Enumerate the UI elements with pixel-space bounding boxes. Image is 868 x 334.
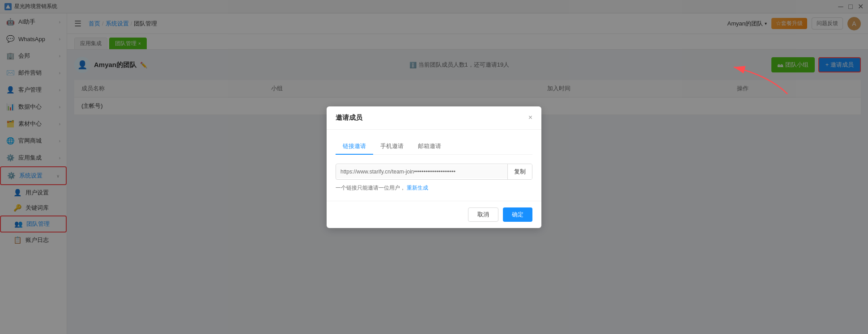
invite-link-text: https://www.starify.cn/team-join••••••••… [336, 165, 507, 178]
invite-link-row: https://www.starify.cn/team-join••••••••… [336, 164, 532, 180]
tab-email-invite-label: 邮箱邀请 [418, 143, 441, 149]
copy-link-button[interactable]: 复制 [507, 164, 532, 179]
hint-text: 一个链接只能邀请一位用户， [336, 185, 405, 191]
tab-phone-invite-label: 手机邀请 [380, 143, 404, 149]
tab-phone-invite[interactable]: 手机邀请 [373, 139, 411, 155]
tab-link-invite[interactable]: 链接邀请 [336, 139, 373, 155]
modal-tabs: 链接邀请 手机邀请 邮箱邀请 [336, 139, 532, 155]
modal-overlay[interactable]: 邀请成员 × 链接邀请 手机邀请 邮箱邀请 https://www.starif… [0, 0, 868, 334]
confirm-button[interactable]: 确定 [503, 207, 532, 222]
tab-email-invite[interactable]: 邮箱邀请 [411, 139, 448, 155]
cancel-button[interactable]: 取消 [468, 207, 498, 222]
modal-title: 邀请成员 [336, 114, 362, 122]
invite-modal: 邀请成员 × 链接邀请 手机邀请 邮箱邀请 https://www.starif… [327, 106, 541, 228]
modal-close-button[interactable]: × [528, 114, 532, 122]
tab-link-invite-label: 链接邀请 [343, 143, 366, 149]
modal-footer: 取消 确定 [327, 201, 541, 228]
regenerate-link[interactable]: 重新生成 [407, 185, 428, 191]
invite-hint: 一个链接只能邀请一位用户， 重新生成 [336, 184, 532, 192]
modal-header: 邀请成员 × [327, 106, 541, 130]
modal-body: 链接邀请 手机邀请 邮箱邀请 https://www.starify.cn/te… [327, 130, 541, 201]
